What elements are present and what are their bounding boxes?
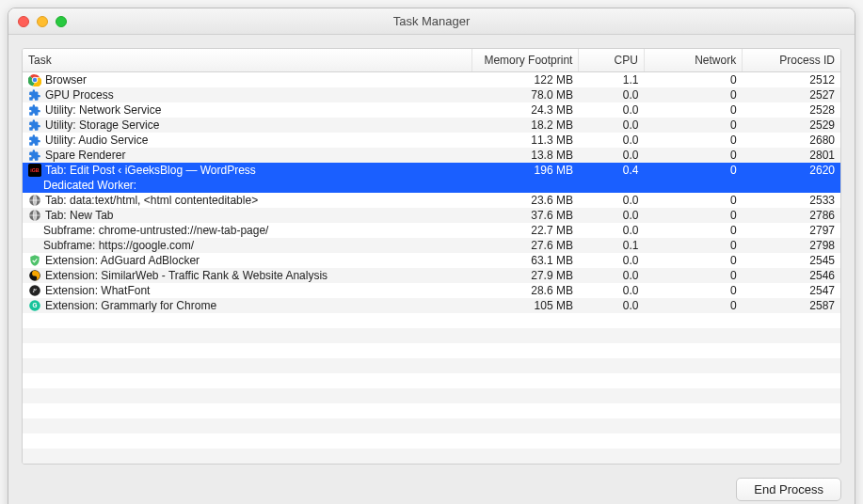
cell-pid: 2528 — [743, 102, 840, 118]
close-icon[interactable] — [18, 16, 29, 27]
table-row[interactable]: Tab: New Tab37.6 MB0.002786 — [23, 208, 840, 223]
cell-memory: 63.1 MB — [472, 253, 579, 268]
table-row[interactable]: Dedicated Worker: — [23, 178, 840, 193]
cell-network: 0 — [644, 208, 742, 223]
cell-memory: 23.6 MB — [472, 193, 579, 208]
col-task[interactable]: Task — [23, 49, 472, 72]
cell-pid: 2529 — [743, 118, 840, 133]
table-row[interactable]: Subframe: https://google.com/27.6 MB0.10… — [23, 238, 840, 253]
table-row[interactable]: Spare Renderer13.8 MB0.002801 — [23, 148, 840, 163]
cell-cpu: 0.0 — [579, 298, 645, 313]
table-row[interactable]: Tab: data:text/html, <html contenteditab… — [23, 193, 840, 208]
cell-pid: 2620 — [743, 163, 840, 178]
cell-cpu: 0.0 — [579, 223, 645, 238]
task-name: Browser — [45, 73, 87, 87]
cell-memory: 28.6 MB — [472, 283, 579, 298]
table-row[interactable]: Extension: AdGuard AdBlocker63.1 MB0.002… — [23, 253, 840, 268]
puzzle-icon — [28, 88, 41, 102]
cell-memory: 78.0 MB — [472, 87, 579, 102]
cell-network: 0 — [644, 193, 742, 208]
task-name: Dedicated Worker: — [43, 179, 136, 192]
table-row[interactable]: Utility: Audio Service11.3 MB0.002680 — [23, 133, 840, 148]
end-process-button[interactable]: End Process — [736, 478, 841, 501]
globe-icon — [28, 194, 41, 207]
cell-cpu: 0.0 — [579, 208, 645, 223]
cell-cpu: 0.0 — [579, 193, 645, 208]
cell-network: 0 — [644, 163, 742, 178]
cell-network: 0 — [644, 298, 742, 313]
cell-pid: 2680 — [743, 133, 840, 148]
task-name: Subframe: https://google.com/ — [43, 239, 194, 252]
table-row[interactable]: Utility: Network Service24.3 MB0.002528 — [23, 102, 840, 118]
cell-pid: 2587 — [743, 298, 840, 313]
table-row[interactable]: Utility: Storage Service18.2 MB0.002529 — [23, 118, 840, 133]
col-pid[interactable]: Process ID — [743, 49, 840, 72]
task-name: Spare Renderer — [45, 149, 125, 162]
table-row[interactable]: Extension: SimilarWeb - Traffic Rank & W… — [23, 268, 840, 283]
window-title: Task Manager — [8, 14, 855, 28]
globe-icon — [28, 209, 41, 222]
table-row-empty — [23, 418, 840, 433]
puzzle-icon — [28, 149, 41, 162]
task-name: Utility: Storage Service — [45, 118, 159, 132]
cell-network: 0 — [644, 148, 742, 163]
cell-pid: 2547 — [743, 283, 840, 298]
cell-network: 0 — [644, 87, 742, 102]
chrome-icon — [28, 73, 41, 87]
table-row[interactable]: GExtension: Grammarly for Chrome105 MB0.… — [23, 298, 840, 313]
cell-pid: 2786 — [743, 208, 840, 223]
titlebar[interactable]: Task Manager — [8, 8, 855, 35]
zoom-icon[interactable] — [56, 16, 67, 27]
f-icon: F — [28, 284, 41, 297]
cell-cpu: 0.0 — [579, 268, 645, 283]
cell-cpu: 0.0 — [579, 253, 645, 268]
task-name: Extension: SimilarWeb - Traffic Rank & W… — [45, 269, 328, 282]
cell-cpu: 0.0 — [579, 148, 645, 163]
igb-icon: iGB — [28, 164, 41, 177]
g-icon: G — [28, 299, 41, 312]
task-name: Tab: data:text/html, <html contenteditab… — [45, 194, 258, 207]
table-row[interactable]: FExtension: WhatFont28.6 MB0.002547 — [23, 283, 840, 298]
task-table[interactable]: Task Memory Footprint CPU Network Proces… — [23, 49, 840, 464]
cell-pid: 2546 — [743, 268, 840, 283]
col-network[interactable]: Network — [644, 49, 742, 72]
task-name: Extension: Grammarly for Chrome — [45, 299, 216, 312]
table-row[interactable]: Browser122 MB1.102512 — [23, 72, 840, 88]
cell-memory — [472, 178, 579, 193]
cell-pid: 2798 — [743, 238, 840, 253]
cell-memory: 105 MB — [472, 298, 579, 313]
col-cpu[interactable]: CPU — [579, 49, 645, 72]
minimize-icon[interactable] — [37, 16, 48, 27]
cell-memory: 11.3 MB — [472, 133, 579, 148]
task-name: Extension: AdGuard AdBlocker — [45, 254, 200, 267]
table-row[interactable]: Subframe: chrome-untrusted://new-tab-pag… — [23, 223, 840, 238]
cell-network: 0 — [644, 268, 742, 283]
cell-network: 0 — [644, 133, 742, 148]
cell-pid: 2545 — [743, 253, 840, 268]
cell-cpu: 0.0 — [579, 102, 645, 118]
task-name: Utility: Audio Service — [45, 134, 148, 147]
table-row[interactable]: iGBTab: Edit Post ‹ iGeeksBlog — WordPre… — [23, 163, 840, 178]
cell-pid: 2801 — [743, 148, 840, 163]
window-content: Task Memory Footprint CPU Network Proces… — [8, 35, 855, 504]
table-row-empty — [23, 358, 840, 373]
cell-memory: 18.2 MB — [472, 118, 579, 133]
table-row-empty — [23, 328, 840, 343]
table-row[interactable]: GPU Process78.0 MB0.002527 — [23, 87, 840, 102]
col-memory[interactable]: Memory Footprint — [472, 49, 579, 72]
cell-network — [644, 178, 742, 193]
cell-network: 0 — [644, 118, 742, 133]
cell-cpu: 0.0 — [579, 283, 645, 298]
task-name: Tab: New Tab — [45, 209, 114, 222]
task-manager-window: Task Manager Task Memory Footprint CPU N… — [8, 8, 855, 504]
puzzle-icon — [28, 118, 41, 132]
cell-memory: 37.6 MB — [472, 208, 579, 223]
table-row-empty — [23, 449, 840, 464]
cell-memory: 22.7 MB — [472, 223, 579, 238]
svg-text:G: G — [33, 302, 38, 308]
cell-network: 0 — [644, 102, 742, 118]
table-row-empty — [23, 388, 840, 403]
table-row-empty — [23, 403, 840, 418]
cell-pid: 2533 — [743, 193, 840, 208]
cell-cpu: 0.0 — [579, 133, 645, 148]
